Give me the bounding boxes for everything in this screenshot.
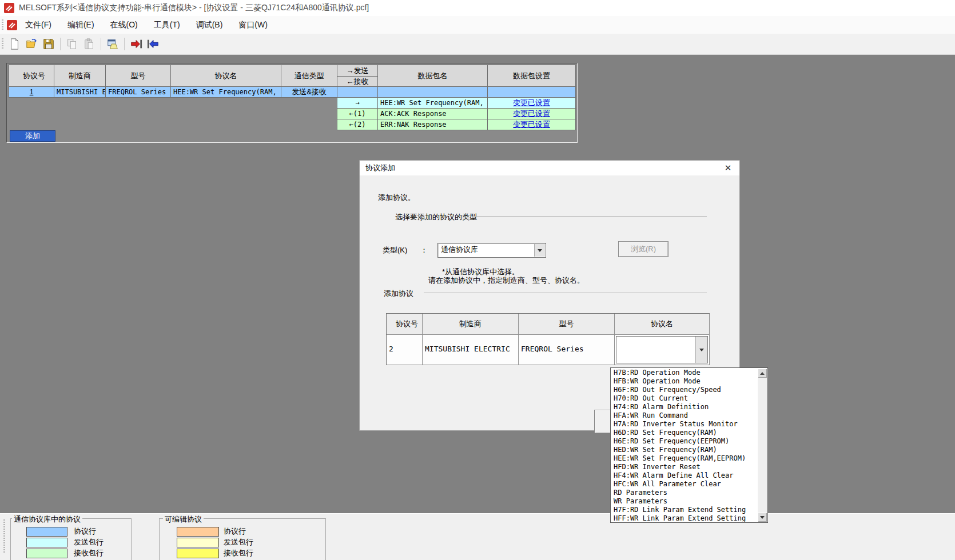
legend-bar: 通信协议库中的协议 协议行 发送包行 接收包行 可编辑协议 协议行 发送包行 接… [0,513,955,560]
header-protocol-no: 协议号 [387,314,423,335]
dropdown-item[interactable]: HFB:WR Operation Mode [611,377,757,386]
dropdown-item[interactable]: HFA:WR Run Command [611,411,757,420]
protocol-name-dropdown-list: H7B:RD Operation Mode HFB:WR Operation M… [610,367,768,523]
close-icon[interactable]: ✕ [721,162,735,174]
protocol-print-icon[interactable] [105,36,121,52]
header-packet-setting: 数据包设置 [488,65,576,87]
editable-legend-group: 可编辑协议 协议行 发送包行 接收包行 [159,518,326,560]
browse-button[interactable]: 浏览(R) [618,241,668,257]
toolbar-separator [60,38,61,50]
dropdown-item[interactable]: H7A:RD Inverter Status Monitor [611,420,757,429]
header-protocol-name: 协议名 [615,314,710,335]
dropdown-item[interactable]: H6D:RD Set Frequency(RAM) [611,429,757,437]
legend-swatch-receive-row [26,549,67,558]
protocol-table-header: 协议号 制造商 型号 协议名 通信类型 →发送 ←接收 数据包名 数据包设置 [9,65,576,87]
cell-packet-direction: → [337,98,378,109]
cell-packet-name: ACK:ACK Response [378,109,488,119]
dropdown-item[interactable]: H7B:RD Operation Mode [611,369,757,377]
legend-label: 接收包行 [74,548,104,558]
dropdown-item[interactable]: WR Parameters [611,497,757,506]
cell-manufacturer: MITSUBISHI ELECTRIC [423,335,519,365]
dropdown-item[interactable]: H6E:RD Set Frequency(EEPROM) [611,437,757,446]
open-file-icon[interactable] [23,36,39,52]
menu-file[interactable]: 文件(F) [17,16,59,34]
paste-icon[interactable] [81,36,97,52]
cell-protocol-name: HEE:WR Set Frequency(RAM, [171,87,281,98]
toolbar-grip[interactable] [2,38,3,50]
legend-label: 协议行 [74,526,96,536]
protocol-type-combobox[interactable]: 通信协议库 [437,243,546,258]
legend-label: 接收包行 [224,548,253,558]
write-to-module-icon[interactable] [128,36,144,52]
note-line-2: 请在添加协议中，指定制造商、型号、协议名。 [428,275,584,286]
header-model: 型号 [106,65,171,87]
dropdown-item[interactable]: HEE:WR Set Frequency(RAM,EEPROM) [611,454,757,463]
legend-label: 协议行 [224,526,246,536]
type-colon: ： [420,245,428,255]
packet-row: ←(1) ACK:ACK Response 变更已设置 [337,109,576,119]
header-model: 型号 [519,314,615,335]
menu-debug[interactable]: 调试(B) [188,16,231,34]
packet-row: ←(2) ERR:NAK Response 变更已设置 [337,119,576,130]
cell-packet-setting: 变更已设置 [488,98,576,109]
dropdown-item[interactable]: H74:RD Alarm Definition [611,403,757,411]
menu-edit[interactable]: 编辑(E) [59,16,102,34]
toolbar-separator [101,38,101,50]
scroll-down-icon[interactable] [758,513,767,522]
toolbar-separator [124,38,125,50]
packet-setting-link[interactable]: 变更已设置 [488,119,575,130]
new-file-icon[interactable] [6,36,22,52]
window-title: MELSOFT系列<通信协议支持功能-串行通信模块> - [协议设置 - 三菱Q… [19,3,369,13]
menubar-grip[interactable] [2,19,3,31]
header-manufacturer: 制造商 [423,314,519,335]
group-separator-line [424,293,707,293]
add-protocol-button[interactable]: 添加 [10,130,55,142]
legend-swatch-protocol-row [26,527,67,537]
dropdown-scrollbar[interactable] [758,369,767,522]
header-packet-name: 数据包名 [378,65,488,87]
protocol-name-combobox[interactable] [615,335,710,365]
dropdown-item[interactable]: H7F:RD Link Param Extend Setting [611,506,757,514]
cell-packet-direction: ←(2) [337,119,378,130]
melsoft-menu-icon[interactable] [7,20,17,30]
type-label: 类型(K) [383,245,407,255]
dropdown-item[interactable]: HFF:WR Link Param Extend Setting [611,514,757,522]
header-comm-type: 通信类型 [281,65,337,87]
legend-label: 发送包行 [224,537,253,547]
packet-setting-link[interactable]: 变更已设置 [488,109,575,119]
menu-window[interactable]: 窗口(W) [230,16,276,34]
dropdown-item[interactable]: H70:RD Out Current [611,394,757,403]
dropdown-item[interactable]: HFC:WR All Parameter Clear [611,480,757,489]
header-protocol-name: 协议名 [171,65,281,87]
application-window: MELSOFT系列<通信协议支持功能-串行通信模块> - [协议设置 - 三菱Q… [0,0,955,560]
header-protocol-no: 协议号 [9,65,54,87]
packet-row: → HEE:WR Set Frequency(RAM, 变更已设置 [337,98,576,109]
dropdown-item[interactable]: H6F:RD Out Frequency/Speed [611,386,757,394]
packet-setting-link[interactable]: 变更已设置 [488,98,575,108]
legend-swatch-protocol-row [177,527,219,537]
add-protocol-table: 协议号 制造商 型号 协议名 2 MITSUBISHI ELECTRIC FRE… [386,313,710,365]
dropdown-item[interactable]: HED:WR Set Frequency(RAM) [611,446,757,454]
menu-online[interactable]: 在线(O) [102,16,146,34]
dropdown-item[interactable]: HFD:WR Inverter Reset [611,463,757,471]
packet-rows: → HEE:WR Set Frequency(RAM, 变更已设置 ←(1) A… [337,98,576,130]
cell-comm-type: 发送&接收 [281,87,337,98]
menu-tools[interactable]: 工具(T) [146,16,188,34]
dropdown-item[interactable]: HF4:WR Alarm Define All Clear [611,471,757,480]
protocol-row: 1 MITSUBISHI E FREQROL Series HEE:WR Set… [9,87,576,98]
legend-swatch-send-row [177,538,219,547]
dropdown-item[interactable]: RD Parameters [611,489,757,497]
type-group-label: 选择要添加的协议的类型 [395,212,477,222]
scroll-up-icon[interactable] [758,369,767,378]
read-from-module-icon[interactable] [145,36,161,52]
chevron-down-icon[interactable] [695,337,707,363]
header-send-receive: →发送 ←接收 [337,65,378,87]
copy-icon[interactable] [64,36,80,52]
cell-protocol-no[interactable]: 1 [9,87,54,98]
chevron-down-icon[interactable] [534,244,545,257]
add-table-row: 2 MITSUBISHI ELECTRIC FREQROL Series [387,335,710,365]
editable-legend-title: 可编辑协议 [163,514,204,525]
header-manufacturer: 制造商 [54,65,106,87]
save-icon[interactable] [41,36,57,52]
cell-packet-name: HEE:WR Set Frequency(RAM, [378,98,488,109]
